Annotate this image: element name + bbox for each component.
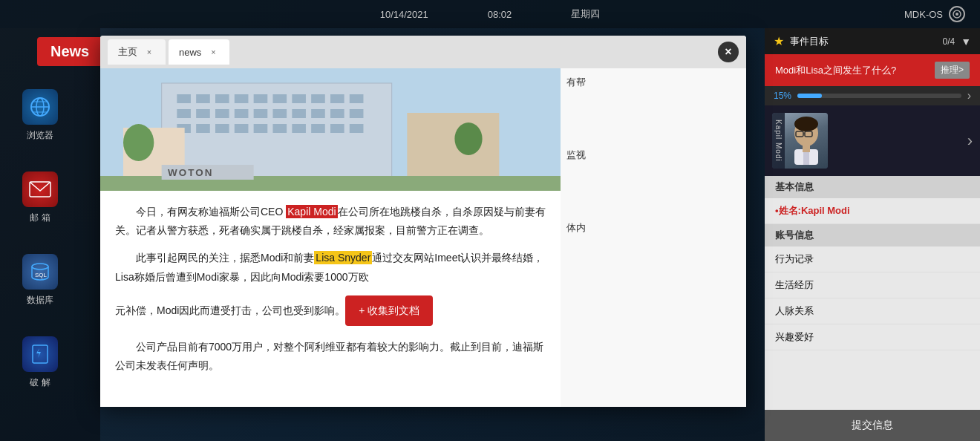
svg-rect-17 [254, 94, 268, 103]
progress-percentage: 15% [774, 91, 791, 101]
db-icon: SQL [22, 254, 58, 290]
svg-rect-19 [292, 94, 306, 103]
db-label: 数据库 [27, 294, 53, 307]
svg-rect-25 [215, 109, 229, 118]
event-title-label: 事件目标 [790, 35, 936, 48]
svg-rect-37 [254, 124, 268, 133]
event-star-icon: ★ [774, 34, 784, 48]
svg-rect-57 [803, 145, 810, 152]
tab-news-label: news [179, 47, 201, 58]
svg-rect-20 [311, 94, 325, 103]
account-info-header: 账号信息 [765, 224, 980, 246]
panel-expand-button[interactable]: › [967, 131, 973, 151]
article-image: WOTON [100, 68, 561, 191]
side-text-area: 有帮 监视 体内 [561, 68, 746, 407]
push-reasoning-button[interactable]: 推理> [935, 62, 970, 79]
submit-info-button[interactable]: 提交信息 [765, 410, 980, 441]
right-panel: ★ 事件目标 0/4 ▼ Modi和Lisa之间发生了什么? 推理> 15% ›… [765, 28, 980, 441]
svg-rect-10 [33, 345, 48, 363]
avatar-name-tag: Kapil Modi [774, 120, 783, 162]
svg-rect-14 [196, 94, 210, 103]
character-avatar: Kapil Modi [772, 113, 828, 169]
event-objectives-bar: ★ 事件目标 0/4 ▼ [765, 28, 980, 54]
db-icon-item[interactable]: SQL 数据库 [22, 254, 58, 307]
browser-icon [22, 89, 58, 125]
expand-panel-button[interactable]: › [967, 89, 971, 102]
svg-point-45 [123, 124, 154, 161]
svg-rect-42 [350, 124, 364, 133]
quest-text: Modi和Lisa之间发生了什么? [775, 64, 896, 77]
mail-icon-item[interactable]: 邮 箱 [22, 172, 58, 224]
relations-item[interactable]: 人脉关系 [765, 298, 980, 324]
paragraph-3: 公司产品目前有7000万用户，对整个阿利维亚都有着较大的影响力。截止到目前，迪福… [115, 338, 546, 375]
mail-icon [22, 172, 58, 207]
character-card: Kapil Modi [765, 105, 980, 176]
top-bar-right: MDK-OS [904, 6, 965, 22]
quest-area: Modi和Lisa之间发生了什么? 推理> [765, 54, 980, 86]
svg-rect-40 [311, 124, 325, 133]
tab-home-close[interactable]: × [143, 46, 155, 58]
browser-tab-bar: 主页 × news × × [100, 36, 746, 68]
article-body: 今日，有网友称迪福斯公司CEO Kapil Modi在公司所在地跳楼自杀，自杀原… [100, 191, 561, 387]
article-area: WOTON 今日，有网友称迪福斯公司CEO Kapil Modi在公司所在地跳楼… [100, 68, 561, 407]
svg-rect-31 [330, 109, 344, 118]
progress-bar-area: 15% › [765, 86, 980, 105]
svg-point-51 [794, 117, 818, 131]
news-app-button[interactable]: News [37, 37, 102, 66]
info-panel: 基本信息 •姓名:Kapil Modi 账号信息 行为记录 生活经历 人脉关系 … [765, 176, 980, 410]
tab-news[interactable]: news × [169, 39, 229, 65]
svg-rect-27 [254, 109, 268, 118]
svg-rect-23 [177, 109, 191, 118]
desktop-icons-container: 浏览器 邮 箱 SQL 数据库 破 解 [22, 89, 58, 389]
svg-text:SQL: SQL [35, 272, 48, 278]
paragraph-2: 此事引起网民的关注，据悉Modi和前妻Lisa Snyder通过交友网站Imee… [115, 249, 546, 286]
svg-rect-29 [292, 109, 306, 118]
weekday-display: 星期四 [571, 7, 600, 21]
crack-label: 破 解 [30, 376, 50, 389]
event-chevron-icon[interactable]: ▼ [961, 36, 971, 48]
mail-label: 邮 箱 [30, 212, 50, 224]
browser-content-area: WOTON 今日，有网友称迪福斯公司CEO Kapil Modi在公司所在地跳楼… [100, 68, 746, 407]
browser-label: 浏览器 [27, 129, 53, 142]
top-bar: 10/14/2021 08:02 星期四 MDK-OS [0, 0, 980, 28]
browser-icon-item[interactable]: 浏览器 [22, 89, 58, 142]
svg-point-8 [32, 264, 48, 270]
svg-rect-28 [273, 109, 287, 118]
tab-news-close[interactable]: × [207, 46, 219, 58]
progress-fill [797, 94, 822, 98]
svg-rect-32 [350, 109, 364, 118]
crack-icon-item[interactable]: 破 解 [22, 336, 58, 389]
crack-icon [22, 336, 58, 372]
svg-rect-22 [350, 94, 364, 103]
svg-rect-36 [235, 124, 249, 133]
paragraph-2-cont: 元补偿，Modi因此而遭受打击，公司也受到影响。 [115, 301, 345, 320]
svg-point-1 [956, 13, 958, 16]
svg-rect-21 [330, 94, 344, 103]
life-history-item[interactable]: 生活经历 [765, 272, 980, 298]
time-display: 08:02 [488, 9, 512, 20]
svg-rect-35 [215, 124, 229, 133]
tab-home-label: 主页 [118, 45, 137, 59]
date-display: 10/14/2021 [380, 9, 428, 20]
svg-rect-41 [330, 124, 344, 133]
highlight-lisa-snyder[interactable]: Lisa Snyder [314, 251, 372, 264]
highlight-kapil-modi[interactable]: Kapil Modi [286, 205, 337, 218]
side-text-3: 体内 [566, 221, 740, 235]
svg-rect-13 [177, 94, 191, 103]
collect-to-document-button[interactable]: + 收集到文档 [345, 295, 433, 326]
event-count-badge: 0/4 [942, 36, 955, 47]
behavior-record-item[interactable]: 行为记录 [765, 246, 980, 272]
name-field-item[interactable]: •姓名:Kapil Modi [765, 198, 980, 224]
interests-item[interactable]: 兴趣爱好 [765, 324, 980, 350]
svg-rect-30 [311, 109, 325, 118]
svg-rect-18 [273, 94, 287, 103]
svg-rect-16 [235, 94, 249, 103]
svg-rect-15 [215, 94, 229, 103]
browser-close-button[interactable]: × [718, 42, 739, 62]
svg-text:WOTON: WOTON [168, 167, 214, 178]
avatar-photo [785, 113, 828, 169]
svg-rect-34 [196, 124, 210, 133]
progress-track [797, 94, 961, 98]
tab-home[interactable]: 主页 × [108, 39, 166, 65]
collect-btn-row: 元补偿，Modi因此而遭受打击，公司也受到影响。 + 收集到文档 [115, 290, 546, 332]
